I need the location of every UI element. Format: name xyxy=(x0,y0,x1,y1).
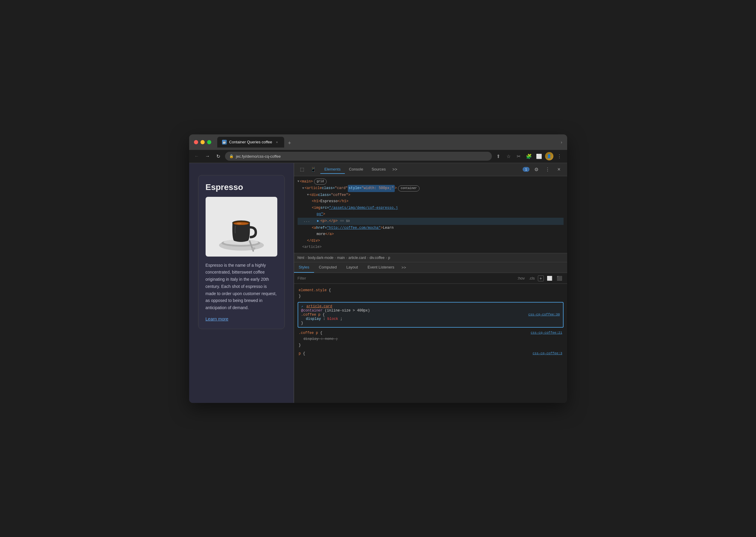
panel-tabs: Elements Console Sources >> xyxy=(320,165,518,174)
css-selector-article-card[interactable]: article.card xyxy=(306,304,332,309)
styles-tabs-more[interactable]: >> xyxy=(399,265,409,270)
chat-badge[interactable]: 1 xyxy=(523,167,529,172)
css-rules-panel: element.style { } ↗ article.card @contai… xyxy=(294,284,567,403)
hov-filter-button[interactable]: :hov xyxy=(516,275,526,281)
dom-line-img2: pg"> xyxy=(298,211,563,218)
learn-more-link[interactable]: Learn more xyxy=(205,316,229,321)
coffee-card: Espresso xyxy=(198,175,285,329)
css-prop-display-block: display : block ; xyxy=(301,317,560,321)
breadcrumb-body[interactable]: body.dark-mode xyxy=(308,256,334,260)
breadcrumb-html[interactable]: html xyxy=(298,256,304,260)
style-attribute-highlight: style="width: 500px;" xyxy=(348,185,395,192)
forward-button[interactable]: → xyxy=(203,152,212,160)
styles-tabs-bar: Styles Computed Layout Event Listeners >… xyxy=(294,262,567,273)
dom-line-main[interactable]: ▼ <main> grid xyxy=(298,179,563,185)
webpage-preview: Espresso xyxy=(189,163,294,403)
content-area: Espresso xyxy=(189,163,567,403)
breadcrumb-main[interactable]: main xyxy=(337,256,345,260)
tab-layout[interactable]: Layout xyxy=(341,262,363,273)
filter-actions: :hov .cls + ⬜ ⬛ xyxy=(516,275,563,282)
more-button[interactable]: ⋮ xyxy=(555,152,563,160)
container-badge: container xyxy=(398,186,420,191)
reload-button[interactable]: ↻ xyxy=(214,152,223,160)
new-tab-button[interactable]: + xyxy=(286,139,294,147)
css-arrow-indicator: ↗ article.card xyxy=(301,304,560,309)
dom-line-close-article: <article> xyxy=(298,244,563,251)
breadcrumb-div-coffee[interactable]: div.coffee xyxy=(370,256,384,260)
cast-button[interactable]: ⬜ xyxy=(535,152,543,160)
tabs-area: ☕ Container Queries coffee × + xyxy=(217,137,557,147)
nav-bar: ← → ↻ 🔒 jec.fyi/demo/css-cq-coffee ⬆ ☆ ✂… xyxy=(189,150,567,163)
devtools-close-button[interactable]: × xyxy=(555,165,563,174)
dom-tree-panel: ▼ <main> grid ▼ <article class="card" st… xyxy=(294,176,567,254)
dom-line-article[interactable]: ▼ <article class="card" style="width: 50… xyxy=(298,185,563,192)
breadcrumb-article[interactable]: article.card xyxy=(348,256,366,260)
css-sub-selector-line: .coffee p { css-cq-coffee:30 xyxy=(301,313,560,317)
dom-line-div-coffee[interactable]: ▼ <div class="coffee" > xyxy=(298,192,563,199)
dom-line-a[interactable]: <a href="http://coffee.com/mocha" >Learn xyxy=(298,225,563,231)
inspect-element-button[interactable]: ⬚ xyxy=(298,165,307,174)
dom-triangle-article: ▼ xyxy=(302,186,304,191)
css-close-brace: } xyxy=(301,321,560,325)
lock-icon: 🔒 xyxy=(229,154,234,158)
tab-label: Container Queries coffee xyxy=(229,140,272,144)
back-button[interactable]: ← xyxy=(193,152,201,160)
extensions-button[interactable]: ✂ xyxy=(514,152,523,160)
css-rule-coffee-p: .coffee p { css-cq-coffee:21 display : n… xyxy=(294,329,567,350)
dom-triangle-div: ▼ xyxy=(307,192,309,198)
dom-line-h1[interactable]: <h1>Espresso</h1> xyxy=(298,198,563,205)
active-tab[interactable]: ☕ Container Queries coffee × xyxy=(217,137,284,147)
css-rule-element-style: element.style { } xyxy=(294,286,567,301)
copy-styles-button[interactable]: ⬜ xyxy=(546,275,554,282)
breadcrumb-p[interactable]: p xyxy=(388,256,390,260)
nav-actions: ⬆ ☆ ✂ 🧩 ⬜ 👤 ⋮ xyxy=(494,152,563,160)
tab-elements[interactable]: Elements xyxy=(320,165,345,174)
panel-tabs-more[interactable]: >> xyxy=(390,166,400,173)
url-text: jec.fyi/demo/css-cq-coffee xyxy=(236,154,488,159)
user-avatar[interactable]: 👤 xyxy=(545,152,554,160)
device-toggle-button[interactable]: 📱 xyxy=(309,165,318,174)
coffee-image xyxy=(205,197,277,257)
tab-console[interactable]: Console xyxy=(345,165,368,174)
tab-styles[interactable]: Styles xyxy=(294,262,314,273)
css-rule-p: p { css-cq-coffee:3 xyxy=(294,350,567,358)
dom-line-a2: more</a> xyxy=(298,231,563,238)
dom-triangle-main: ▼ xyxy=(298,179,299,184)
tab-sources[interactable]: Sources xyxy=(367,165,390,174)
filter-input[interactable] xyxy=(298,276,514,280)
css-file-ref-3[interactable]: css-cq-coffee:3 xyxy=(532,351,562,356)
devtools-more-button[interactable]: ⋮ xyxy=(543,165,552,174)
devtools-panel: ⬚ 📱 Elements Console Sources >> 1 ⚙ ⋮ × xyxy=(294,163,567,403)
coffee-card-title: Espresso xyxy=(205,183,277,192)
css-at-rule-line: @container (inline-size > 400px) xyxy=(301,309,560,313)
dom-line-close-div: </div> xyxy=(298,238,563,244)
dom-line-img[interactable]: <img src="/assets/img/demo/cof-espresso.… xyxy=(298,205,563,211)
extensions-puzzle-button[interactable]: 🧩 xyxy=(525,152,533,160)
dom-line-p-selected[interactable]: ... ▶ <p>…</p> == $0 xyxy=(298,218,563,225)
maximize-traffic-light[interactable] xyxy=(207,140,211,144)
address-bar[interactable]: 🔒 jec.fyi/demo/css-cq-coffee xyxy=(225,152,492,161)
coffee-description: Espresso is the name of a highly concent… xyxy=(205,262,277,312)
browser-window: ☕ Container Queries coffee × + › ← → ↻ 🔒… xyxy=(189,134,567,403)
breadcrumb-bar: html › body.dark-mode › main › article.c… xyxy=(294,253,567,262)
css-file-ref-30[interactable]: css-cq-coffee:30 xyxy=(528,313,560,316)
tab-close-button[interactable]: × xyxy=(275,140,279,145)
tab-event-listeners[interactable]: Event Listeners xyxy=(363,262,399,273)
cls-filter-button[interactable]: .cls xyxy=(528,275,536,281)
tab-computed[interactable]: Computed xyxy=(314,262,341,273)
title-bar: ☕ Container Queries coffee × + › xyxy=(189,134,567,150)
css-selector-element-style: element.style xyxy=(299,288,327,292)
share-button[interactable]: ⬆ xyxy=(494,152,503,160)
close-traffic-light[interactable] xyxy=(194,140,198,144)
css-rule-container-query: ↗ article.card @container (inline-size >… xyxy=(298,302,563,328)
tab-overflow-chevron[interactable]: › xyxy=(561,140,562,145)
devtools-settings-button[interactable]: ⚙ xyxy=(532,165,541,174)
css-file-ref-21[interactable]: css-cq-coffee:21 xyxy=(531,330,562,336)
filter-bar: :hov .cls + ⬜ ⬛ xyxy=(294,273,567,284)
add-style-button[interactable]: + xyxy=(538,275,544,281)
toggle-sidebar-button[interactable]: ⬛ xyxy=(556,275,563,282)
grid-badge: grid xyxy=(314,179,327,185)
bookmark-button[interactable]: ☆ xyxy=(505,152,513,160)
devtools-toolbar: ⬚ 📱 Elements Console Sources >> 1 ⚙ ⋮ × xyxy=(294,163,567,176)
minimize-traffic-light[interactable] xyxy=(200,140,205,144)
